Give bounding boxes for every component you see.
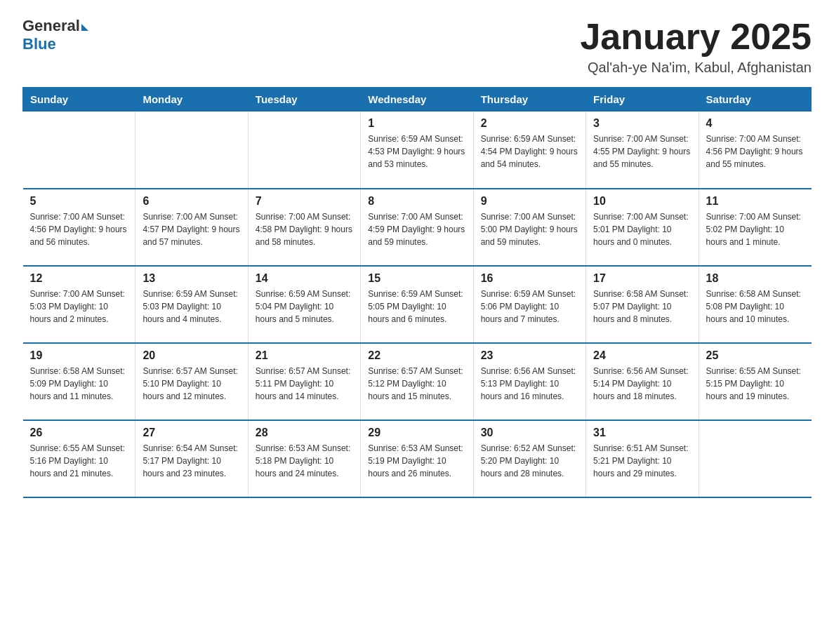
calendar-cell: 13Sunrise: 6:59 AM Sunset: 5:03 PM Dayli… (135, 266, 248, 343)
calendar-cell (135, 112, 248, 189)
day-number: 11 (706, 195, 805, 208)
day-info: Sunrise: 6:58 AM Sunset: 5:07 PM Dayligh… (593, 288, 691, 326)
calendar-cell: 9Sunrise: 7:00 AM Sunset: 5:00 PM Daylig… (473, 189, 585, 266)
calendar-cell: 12Sunrise: 7:00 AM Sunset: 5:03 PM Dayli… (23, 266, 135, 343)
day-number: 21 (256, 349, 353, 362)
day-number: 3 (593, 117, 691, 130)
title-block: January 2025 Qal'ah-ye Na'im, Kabul, Afg… (580, 17, 812, 76)
day-number: 8 (368, 195, 465, 208)
logo-general-text: General (22, 17, 80, 35)
day-number: 19 (30, 349, 128, 362)
calendar-cell: 17Sunrise: 6:58 AM Sunset: 5:07 PM Dayli… (586, 266, 699, 343)
week-row: 1Sunrise: 6:59 AM Sunset: 4:53 PM Daylig… (23, 112, 812, 189)
day-header-friday: Friday (586, 88, 699, 112)
location-subtitle: Qal'ah-ye Na'im, Kabul, Afghanistan (580, 60, 812, 76)
page-title: January 2025 (580, 17, 812, 57)
day-info: Sunrise: 7:00 AM Sunset: 4:56 PM Dayligh… (706, 133, 805, 170)
day-header-tuesday: Tuesday (248, 88, 360, 112)
calendar-cell (23, 112, 135, 189)
day-number: 4 (706, 117, 805, 130)
day-number: 31 (593, 427, 691, 439)
day-number: 6 (143, 195, 240, 208)
page-header: General Blue January 2025 Qal'ah-ye Na'i… (22, 17, 812, 76)
day-header-sunday: Sunday (23, 88, 135, 112)
day-info: Sunrise: 7:00 AM Sunset: 5:01 PM Dayligh… (593, 210, 691, 248)
calendar-cell: 24Sunrise: 6:56 AM Sunset: 5:14 PM Dayli… (586, 343, 699, 420)
calendar-cell: 7Sunrise: 7:00 AM Sunset: 4:58 PM Daylig… (248, 189, 360, 266)
day-number: 25 (706, 349, 805, 362)
day-info: Sunrise: 7:00 AM Sunset: 4:58 PM Dayligh… (256, 210, 353, 248)
week-row: 12Sunrise: 7:00 AM Sunset: 5:03 PM Dayli… (23, 266, 812, 343)
day-info: Sunrise: 7:00 AM Sunset: 5:03 PM Dayligh… (30, 288, 128, 326)
calendar-cell (248, 112, 360, 189)
calendar-header: SundayMondayTuesdayWednesdayThursdayFrid… (23, 88, 812, 112)
day-number: 18 (706, 272, 805, 285)
calendar-cell: 11Sunrise: 7:00 AM Sunset: 5:02 PM Dayli… (699, 189, 811, 266)
day-info: Sunrise: 7:00 AM Sunset: 4:59 PM Dayligh… (368, 210, 465, 248)
day-number: 23 (481, 349, 578, 362)
day-info: Sunrise: 6:51 AM Sunset: 5:21 PM Dayligh… (593, 442, 691, 480)
calendar-cell: 4Sunrise: 7:00 AM Sunset: 4:56 PM Daylig… (699, 112, 811, 189)
calendar-cell: 19Sunrise: 6:58 AM Sunset: 5:09 PM Dayli… (23, 343, 135, 420)
day-info: Sunrise: 6:57 AM Sunset: 5:11 PM Dayligh… (256, 365, 353, 403)
day-number: 15 (368, 272, 465, 285)
day-info: Sunrise: 7:00 AM Sunset: 5:02 PM Dayligh… (706, 210, 805, 248)
day-info: Sunrise: 7:00 AM Sunset: 4:56 PM Dayligh… (30, 210, 128, 248)
calendar-cell: 1Sunrise: 6:59 AM Sunset: 4:53 PM Daylig… (361, 112, 473, 189)
day-info: Sunrise: 6:55 AM Sunset: 5:15 PM Dayligh… (706, 365, 805, 403)
day-info: Sunrise: 6:54 AM Sunset: 5:17 PM Dayligh… (143, 442, 240, 480)
calendar-cell: 25Sunrise: 6:55 AM Sunset: 5:15 PM Dayli… (699, 343, 811, 420)
calendar-cell: 23Sunrise: 6:56 AM Sunset: 5:13 PM Dayli… (473, 343, 585, 420)
day-number: 7 (256, 195, 353, 208)
calendar-cell: 5Sunrise: 7:00 AM Sunset: 4:56 PM Daylig… (23, 189, 135, 266)
day-header-saturday: Saturday (699, 88, 811, 112)
day-info: Sunrise: 6:56 AM Sunset: 5:14 PM Dayligh… (593, 365, 691, 403)
day-number: 12 (30, 272, 128, 285)
day-info: Sunrise: 6:53 AM Sunset: 5:18 PM Dayligh… (256, 442, 353, 480)
calendar-cell: 18Sunrise: 6:58 AM Sunset: 5:08 PM Dayli… (699, 266, 811, 343)
calendar-cell: 14Sunrise: 6:59 AM Sunset: 5:04 PM Dayli… (248, 266, 360, 343)
day-number: 10 (593, 195, 691, 208)
calendar-cell: 28Sunrise: 6:53 AM Sunset: 5:18 PM Dayli… (248, 420, 360, 497)
logo-blue-text: Blue (22, 35, 88, 53)
day-info: Sunrise: 7:00 AM Sunset: 5:00 PM Dayligh… (481, 210, 578, 248)
day-info: Sunrise: 6:59 AM Sunset: 5:04 PM Dayligh… (256, 288, 353, 326)
day-info: Sunrise: 7:00 AM Sunset: 4:55 PM Dayligh… (593, 133, 691, 170)
day-number: 24 (593, 349, 691, 362)
calendar-cell: 16Sunrise: 6:59 AM Sunset: 5:06 PM Dayli… (473, 266, 585, 343)
week-row: 26Sunrise: 6:55 AM Sunset: 5:16 PM Dayli… (23, 420, 812, 497)
day-number: 22 (368, 349, 465, 362)
day-info: Sunrise: 6:53 AM Sunset: 5:19 PM Dayligh… (368, 442, 465, 480)
calendar-cell: 30Sunrise: 6:52 AM Sunset: 5:20 PM Dayli… (473, 420, 585, 497)
calendar-cell: 8Sunrise: 7:00 AM Sunset: 4:59 PM Daylig… (361, 189, 473, 266)
day-number: 2 (481, 117, 578, 130)
day-info: Sunrise: 6:59 AM Sunset: 5:03 PM Dayligh… (143, 288, 240, 326)
calendar-cell: 22Sunrise: 6:57 AM Sunset: 5:12 PM Dayli… (361, 343, 473, 420)
calendar-cell: 3Sunrise: 7:00 AM Sunset: 4:55 PM Daylig… (586, 112, 699, 189)
calendar-cell: 15Sunrise: 6:59 AM Sunset: 5:05 PM Dayli… (361, 266, 473, 343)
day-info: Sunrise: 6:59 AM Sunset: 4:54 PM Dayligh… (481, 133, 578, 170)
day-number: 14 (256, 272, 353, 285)
day-number: 1 (368, 117, 465, 130)
logo-triangle-icon (81, 24, 88, 31)
day-number: 29 (368, 427, 465, 439)
day-info: Sunrise: 6:58 AM Sunset: 5:09 PM Dayligh… (30, 365, 128, 403)
day-info: Sunrise: 6:57 AM Sunset: 5:12 PM Dayligh… (368, 365, 465, 403)
calendar-cell: 31Sunrise: 6:51 AM Sunset: 5:21 PM Dayli… (586, 420, 699, 497)
calendar-cell: 20Sunrise: 6:57 AM Sunset: 5:10 PM Dayli… (135, 343, 248, 420)
calendar-body: 1Sunrise: 6:59 AM Sunset: 4:53 PM Daylig… (23, 112, 812, 497)
day-info: Sunrise: 6:57 AM Sunset: 5:10 PM Dayligh… (143, 365, 240, 403)
calendar-cell (699, 420, 811, 497)
week-row: 5Sunrise: 7:00 AM Sunset: 4:56 PM Daylig… (23, 189, 812, 266)
day-header-thursday: Thursday (473, 88, 585, 112)
day-number: 26 (30, 427, 128, 439)
day-info: Sunrise: 7:00 AM Sunset: 4:57 PM Dayligh… (143, 210, 240, 248)
day-number: 16 (481, 272, 578, 285)
calendar-table: SundayMondayTuesdayWednesdayThursdayFrid… (22, 87, 812, 498)
calendar-cell: 21Sunrise: 6:57 AM Sunset: 5:11 PM Dayli… (248, 343, 360, 420)
calendar-cell: 6Sunrise: 7:00 AM Sunset: 4:57 PM Daylig… (135, 189, 248, 266)
day-header-monday: Monday (135, 88, 248, 112)
day-header-wednesday: Wednesday (361, 88, 473, 112)
day-number: 5 (30, 195, 128, 208)
calendar-cell: 27Sunrise: 6:54 AM Sunset: 5:17 PM Dayli… (135, 420, 248, 497)
